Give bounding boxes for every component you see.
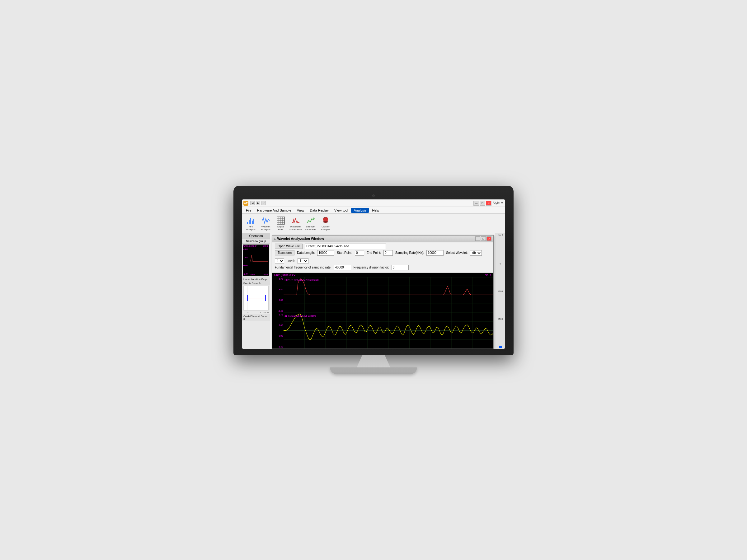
a1-svg: a1 T: 30:14:05:58:396 034600 <box>284 313 493 348</box>
freq-division-label: Frequency division factor: <box>354 266 389 269</box>
fft-btn[interactable]: FFT Analysis <box>244 215 258 232</box>
open-wave-btn[interactable]: Open Wave File <box>275 244 303 249</box>
cluster-icon <box>320 216 331 225</box>
waveform-gen-btn[interactable]: Waveform Generation <box>289 215 303 232</box>
svg-rect-2 <box>250 218 251 224</box>
app-icon: AE <box>243 201 248 206</box>
wavelet-btn[interactable]: Wavelet Analysis <box>259 215 273 232</box>
monitor-stand-base <box>330 367 417 374</box>
a1-canvas: a1 T: 30:14:05:58:396 034600 <box>284 313 493 348</box>
graph-label-low: 1 - 0 <box>243 311 248 314</box>
digital-filter-label: Digital Filter <box>275 225 287 231</box>
app-minimize-btn[interactable]: — <box>473 201 479 206</box>
svg-rect-3 <box>252 220 253 224</box>
dialog-controls: Open Wave File Transform Data Length: St… <box>272 242 493 273</box>
events-count: Events Count 0 <box>242 282 270 285</box>
ch1-y-zero: 0.00 <box>273 299 283 301</box>
title-bar-icons: ◀ ▶ ↩ <box>250 201 266 205</box>
cards-info: Cards/Channel Count: 0 <box>242 314 270 321</box>
wf-unit-label: Unit: ( x10e-3 ) V <box>274 273 295 276</box>
strength-btn[interactable]: Strength Parameter <box>304 215 317 232</box>
freq-division-input[interactable] <box>391 265 409 270</box>
linear-location-label: Linear Location Graph <box>242 276 270 282</box>
dialog-title: Wavelet Analyzation Window <box>277 237 475 240</box>
dialog-maximize-btn[interactable]: □ <box>481 236 486 241</box>
monitor-stand-neck <box>355 355 392 367</box>
control-row-3: Fundamental frequency of sampling rate: … <box>275 265 491 270</box>
end-point-input[interactable] <box>383 250 393 256</box>
menu-view-tool[interactable]: View tool <box>332 208 351 213</box>
monitor-bezel: AE ◀ ▶ ↩ — □ ✕ Style ▼ <box>233 186 514 355</box>
dialog-minimize-btn[interactable]: — <box>475 236 480 241</box>
menu-hardware[interactable]: Hardware And Sample <box>255 208 294 213</box>
app-maximize-btn[interactable]: □ <box>480 201 485 206</box>
screen: AE ◀ ▶ ↩ — □ ✕ Style ▼ <box>242 199 505 349</box>
end-point-label: End Point: <box>367 251 381 255</box>
svg-text:a1  T: 30:14:05:58:396 034600: a1 T: 30:14:05:58:396 034600 <box>284 314 316 317</box>
mini-waveform-svg <box>250 248 268 275</box>
waveform-header: Unit: ( x10e-3 ) V No. 1 <box>272 273 493 277</box>
title-bar: AE ◀ ▶ ↩ — □ ✕ Style ▼ <box>242 199 505 207</box>
sampling-rate-label: Sampling Rate(kHz): <box>395 251 424 255</box>
start-point-input[interactable] <box>355 250 364 256</box>
mini-x-scale: 0.000 0.000 <box>250 273 268 275</box>
tb-icon-3[interactable]: ↩ <box>261 201 266 205</box>
menu-analysis[interactable]: Analysis <box>351 208 369 213</box>
svg-rect-0 <box>247 222 248 224</box>
data-length-input[interactable] <box>317 250 334 256</box>
left-panel: Operation New view group Unit: (x10e-3 )… <box>242 233 270 349</box>
dialog-icon: □ <box>274 237 276 240</box>
wavelet-num-select[interactable]: 1 <box>275 258 284 264</box>
menu-help[interactable]: Help <box>369 208 382 213</box>
app-window: AE ◀ ▶ ↩ — □ ✕ Style ▼ <box>242 199 505 349</box>
wavelet-icon <box>261 216 271 225</box>
svg-rect-1 <box>249 220 250 224</box>
wavelet-type-select[interactable]: db <box>470 250 482 256</box>
tb-icon-2[interactable]: ▶ <box>256 201 260 205</box>
cluster-label: Cluster Analysis <box>319 225 332 231</box>
toolbar: FFT Analysis Wavelet Analysis <box>242 214 505 233</box>
data-length-label: Data Length: <box>297 251 315 255</box>
scroll-handle[interactable] <box>499 346 502 348</box>
app-close-btn[interactable]: ✕ <box>486 201 491 206</box>
main-area: Operation New view group Unit: (x10e-3 )… <box>242 233 505 349</box>
menu-file[interactable]: File <box>243 208 254 213</box>
mini-y-zero: 0.00 <box>243 264 248 267</box>
digital-filter-btn[interactable]: Digital Filter <box>274 215 288 232</box>
sampling-rate-input[interactable] <box>427 250 443 256</box>
mini-y-mid-upper: 2.44 <box>243 256 248 259</box>
app-win-controls: — □ ✕ <box>473 201 491 206</box>
strength-icon <box>306 216 316 225</box>
style-label[interactable]: Style ▼ <box>493 201 504 205</box>
ch1-y-low: -3.40 <box>273 310 283 312</box>
strength-label: Strength Parameter <box>304 225 317 231</box>
level-select[interactable]: 1 <box>298 258 308 264</box>
camera-dot <box>372 194 375 197</box>
digital-filter-icon <box>276 216 286 225</box>
waveform-panel-a1: 6.79 3.40 0.00 -3.40 <box>272 313 493 349</box>
transform-btn[interactable]: Transform <box>275 250 294 256</box>
graph-label-high: 2 - 1000 <box>260 311 268 314</box>
waveform-gen-label: Waveform Generation <box>289 225 302 231</box>
menu-view[interactable]: View <box>294 208 307 213</box>
operation-header: Operation <box>242 233 270 239</box>
wavelet-label: Wavelet Analysis <box>260 225 272 231</box>
cluster-btn[interactable]: Cluster Analysis <box>319 215 332 232</box>
start-point-label: Start Point: <box>337 251 352 255</box>
mini-x-right: 0.000 <box>264 273 268 275</box>
a1-y-zero: 0.00 <box>273 335 283 337</box>
toolbar-group-1: FFT Analysis Wavelet Analysis <box>244 215 332 232</box>
mini-y-scale: 4.88 2.44 0.00 -2.44 <box>243 248 248 275</box>
dialog-close-btn[interactable]: ✕ <box>487 236 491 241</box>
mini-ch-label: CH: 1 <box>263 245 268 247</box>
new-view-group[interactable]: New view group <box>242 239 270 244</box>
menu-data-replay[interactable]: Data Replay <box>307 208 331 213</box>
select-wavelet-label: Select Wavelet: <box>446 251 467 255</box>
dialog-window: □ Wavelet Analyzation Window — □ ✕ <box>272 235 494 349</box>
fundamental-freq-input[interactable] <box>334 265 351 270</box>
ch1-y-max: 6.79 <box>273 278 283 280</box>
level-label: Level: <box>287 259 295 263</box>
tb-icon-1[interactable]: ◀ <box>250 201 255 205</box>
ch1-y-mid: 3.40 <box>273 288 283 291</box>
file-path-input[interactable] <box>305 244 386 249</box>
